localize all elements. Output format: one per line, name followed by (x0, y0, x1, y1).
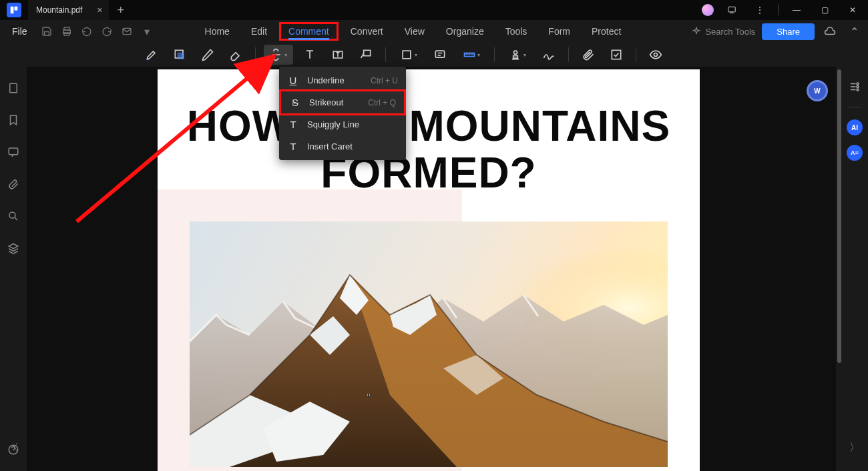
dropdown-item-label: Squiggly Line (307, 119, 359, 129)
close-tab-icon[interactable]: × (97, 5, 102, 15)
dropdown-item-shortcut: Ctrl + U (371, 76, 398, 85)
app-icon (7, 3, 21, 17)
close-window-icon[interactable]: ✕ (843, 0, 863, 20)
save-icon[interactable] (38, 23, 55, 40)
print-icon[interactable] (58, 23, 75, 40)
search-tools[interactable]: Search Tools (692, 27, 755, 37)
dropdown-item-label: Strikeout (309, 97, 343, 107)
dropdown-underline[interactable]: U Underline Ctrl + U (279, 69, 406, 91)
svg-rect-11 (403, 51, 411, 59)
dropdown-insert-caret[interactable]: T Insert Caret (279, 135, 406, 157)
callout-tool-icon[interactable] (355, 45, 377, 65)
chevron-down-icon: ▾ (415, 52, 417, 58)
tab-edit[interactable]: Edit (242, 22, 276, 41)
svg-rect-1 (15, 7, 18, 11)
right-sidebar: AI A≡ (841, 67, 868, 161)
tab-convert[interactable]: Convert (341, 22, 393, 41)
kebab-menu-icon[interactable]: ⋮ (750, 0, 770, 20)
tab-view[interactable]: View (395, 22, 434, 41)
tab-protect[interactable]: Protect (582, 22, 630, 41)
strikeout-dropdown: U Underline Ctrl + U S Strikeout Ctrl + … (279, 67, 406, 160)
area-highlight-tool-icon[interactable] (168, 45, 191, 65)
divider (848, 107, 861, 107)
tab-tools[interactable]: Tools (496, 22, 537, 41)
svg-rect-18 (9, 148, 18, 155)
svg-rect-15 (612, 50, 620, 59)
ai-translate-icon[interactable]: A≡ (847, 145, 863, 161)
thumbnails-icon[interactable] (5, 80, 21, 96)
svg-point-26 (857, 86, 859, 88)
new-tab-button[interactable]: + (109, 3, 132, 17)
svg-point-27 (857, 89, 859, 91)
svg-point-19 (9, 212, 15, 218)
separator (494, 47, 495, 62)
attachment-tool-icon[interactable] (577, 45, 600, 65)
collapse-ribbon-icon[interactable]: ⌃ (845, 23, 863, 40)
hide-comments-icon[interactable] (644, 45, 667, 65)
share-button[interactable]: Share (762, 23, 815, 40)
menu-bar: File ▾ Home Edit Comment Convert View Or… (0, 20, 868, 43)
highlighter-tool-icon[interactable] (140, 45, 163, 65)
svg-rect-10 (364, 50, 371, 55)
ai-assistant-icon[interactable]: AI (847, 119, 863, 135)
search-tools-label: Search Tools (705, 27, 755, 37)
separator (636, 47, 636, 62)
document-tab[interactable]: Mountain.pdf × (28, 0, 109, 20)
svg-rect-2 (728, 7, 736, 12)
note-tool-icon[interactable]: ▾ (394, 45, 423, 65)
next-page-icon[interactable]: 〉 (849, 441, 860, 455)
dropdown-strikeout[interactable]: S Strikeout Ctrl + Q (279, 89, 406, 115)
collaborator-badge[interactable]: W (807, 80, 828, 101)
undo-icon[interactable] (78, 23, 95, 40)
main-tabs: Home Edit Comment Convert View Organize … (196, 22, 631, 41)
minimize-icon[interactable]: — (787, 0, 807, 20)
bookmarks-icon[interactable] (5, 112, 21, 128)
dropdown-icon[interactable]: ▾ (138, 23, 156, 40)
tab-form[interactable]: Form (539, 22, 580, 41)
left-sidebar (0, 67, 27, 471)
text-tool-icon[interactable] (298, 45, 321, 65)
tab-home[interactable]: Home (196, 22, 239, 41)
document-heading: HOW ARE MOUNTAINS FORMED? (158, 69, 700, 197)
svg-point-25 (857, 83, 859, 85)
file-menu[interactable]: File (5, 23, 34, 39)
dropdown-item-shortcut: Ctrl + Q (368, 98, 396, 107)
dropdown-squiggly[interactable]: T Squiggly Line (279, 113, 406, 135)
svg-point-14 (514, 51, 517, 54)
stamp-tool-icon[interactable]: ▾ (503, 45, 532, 65)
separator (385, 47, 386, 62)
chat-icon[interactable] (722, 0, 742, 20)
chevron-down-icon: ▾ (284, 52, 287, 58)
tab-organize[interactable]: Organize (437, 22, 493, 41)
sparkle-icon (692, 27, 701, 36)
document-canvas[interactable]: HOW ARE MOUNTAINS FORMED? (27, 67, 836, 471)
maximize-icon[interactable]: ▢ (815, 0, 835, 20)
separator (568, 47, 569, 62)
squiggly-icon: T (287, 119, 299, 130)
svg-rect-17 (10, 83, 17, 93)
properties-icon[interactable] (847, 79, 863, 95)
cloud-sync-icon[interactable] (821, 23, 839, 40)
mail-icon[interactable] (118, 23, 136, 40)
textbox-tool-icon[interactable] (327, 45, 349, 65)
attachments-panel-icon[interactable] (5, 176, 21, 192)
pdf-page: HOW ARE MOUNTAINS FORMED? (158, 69, 700, 471)
user-avatar[interactable] (702, 4, 714, 16)
eraser-tool-icon[interactable] (224, 45, 247, 65)
search-panel-icon[interactable] (5, 208, 21, 224)
prev-page-icon[interactable]: 〈 (8, 441, 19, 455)
sticky-note-tool-icon[interactable] (429, 45, 451, 65)
measure-tool-icon[interactable]: ▾ (457, 45, 486, 65)
separator (255, 47, 256, 62)
strikeout-tool-icon[interactable]: ▾ (264, 45, 293, 65)
dropdown-item-label: Insert Caret (307, 141, 353, 151)
layers-icon[interactable] (5, 240, 21, 256)
dropdown-item-label: Underline (307, 75, 345, 85)
redo-icon[interactable] (98, 23, 116, 40)
signature-tool-icon[interactable] (537, 45, 560, 65)
tab-comment[interactable]: Comment (279, 22, 339, 41)
checklist-tool-icon[interactable] (605, 45, 628, 65)
window-titlebar: Mountain.pdf × + ⋮ — ▢ ✕ (0, 0, 868, 20)
pencil-tool-icon[interactable] (196, 45, 219, 65)
comments-panel-icon[interactable] (5, 144, 21, 160)
